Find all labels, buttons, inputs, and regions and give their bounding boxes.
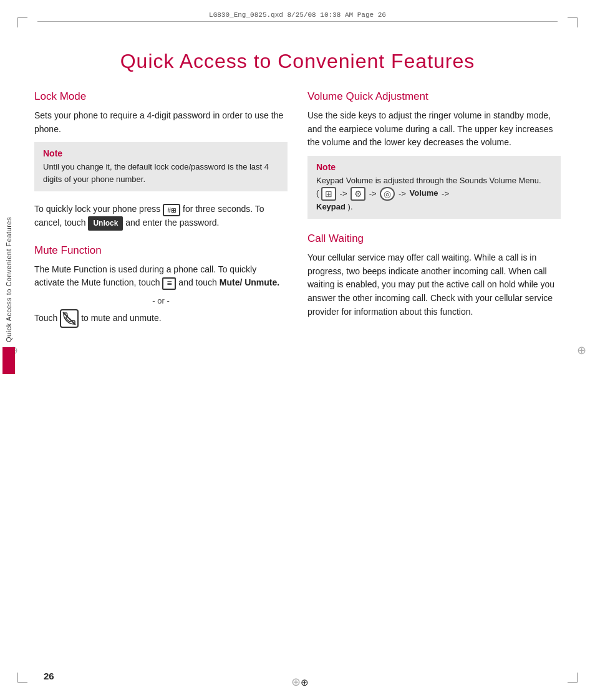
- sidebar-tab-bar: [2, 347, 15, 374]
- arrow4: ->: [442, 189, 449, 198]
- page-number: 26: [44, 671, 54, 681]
- right-crosshair: ⊕: [577, 343, 586, 357]
- lock-mode-instruction: To quickly lock your phone press #⊞ for …: [34, 203, 288, 230]
- call-waiting-heading: Call Waiting: [307, 233, 561, 245]
- arrow2: ->: [369, 189, 379, 198]
- arrow3: ->: [399, 189, 409, 198]
- right-column: Volume Quick Adjustment Use the side key…: [307, 90, 561, 342]
- note-end: ).: [348, 202, 353, 211]
- mute-function-heading: Mute Function: [34, 244, 288, 257]
- sidebar-tab-text: Quick Access to Convenient Features: [5, 217, 12, 342]
- volume-heading: Volume Quick Adjustment: [307, 90, 561, 103]
- settings-icon: [351, 187, 365, 201]
- lock-mode-note-text: Until you change it, the default lock co…: [43, 161, 279, 185]
- left-column: Lock Mode Sets your phone to require a 4…: [34, 90, 288, 342]
- call-waiting-section: Call Waiting Your cellular service may o…: [307, 233, 561, 319]
- corner-mark-bl: [17, 673, 27, 683]
- page-title: Quick Access to Convenient Features: [34, 50, 561, 73]
- volume-bold: Volume: [409, 188, 438, 198]
- touch-end: to mute and unmute.: [81, 313, 161, 323]
- lock-mode-note-title: Note: [43, 148, 279, 158]
- bottom-crosshair: ⊕: [291, 675, 304, 688]
- page-wrapper: ⊕ ⊕ ⊕ LG830_Eng_0825.qxd 8/25/08 10:38 A…: [0, 0, 595, 700]
- lock-mode-heading: Lock Mode: [34, 90, 288, 103]
- header-bar: LG830_Eng_0825.qxd 8/25/08 10:38 AM Page…: [37, 11, 558, 22]
- mute-touch-instruction: Touch to mute and unmute.: [34, 309, 288, 328]
- sidebar-tab: Quick Access to Convenient Features: [0, 212, 17, 374]
- main-content: Quick Access to Convenient Features Lock…: [34, 37, 561, 663]
- volume-note-line2-open: (: [316, 188, 319, 198]
- touch-label: Touch: [34, 313, 57, 323]
- keypad-bold: Keypad: [316, 202, 346, 211]
- or-divider: - or -: [34, 296, 288, 305]
- hash-key-icon: #⊞: [163, 204, 180, 216]
- corner-mark-tr: [568, 17, 578, 27]
- volume-note-box: Note Keypad Volume is adjusted through t…: [307, 156, 561, 219]
- volume-note-line1: Keypad Volume is adjusted through the So…: [316, 176, 541, 185]
- lock-mode-section: Lock Mode Sets your phone to require a 4…: [34, 90, 288, 231]
- volume-section: Volume Quick Adjustment Use the side key…: [307, 90, 561, 219]
- unlock-button: Unlock: [88, 216, 123, 231]
- columns-layout: Lock Mode Sets your phone to require a 4…: [34, 90, 561, 342]
- lock-mode-note-box: Note Until you change it, the default lo…: [34, 142, 288, 191]
- call-waiting-paragraph: Your cellular service may offer call wai…: [307, 251, 561, 319]
- mute-function-section: Mute Function The Mute Function is used …: [34, 244, 288, 328]
- lock-mode-paragraph: Sets your phone to require a 4-digit pas…: [34, 109, 288, 136]
- sound-icon: [380, 187, 395, 201]
- arrow1: ->: [340, 189, 350, 198]
- mute-function-text: The Mute Function is used during a phone…: [34, 263, 288, 290]
- header-text: LG830_Eng_0825.qxd 8/25/08 10:38 AM Page…: [209, 11, 386, 19]
- menu-icon: [162, 277, 176, 290]
- lock-instruction-before: To quickly lock your phone press: [34, 204, 160, 214]
- grid-icon: [321, 187, 336, 201]
- mute-bold-text: Mute/ Unmute.: [220, 277, 279, 287]
- lock-instruction-end: and enter the password.: [125, 218, 219, 228]
- volume-note-text: Keypad Volume is adjusted through the So…: [316, 175, 552, 213]
- mute-phone-icon: [60, 309, 79, 328]
- mute-text-after: and touch: [178, 277, 219, 287]
- volume-note-title: Note: [316, 162, 552, 172]
- corner-mark-tl: [17, 17, 27, 27]
- corner-mark-br: [568, 673, 578, 683]
- volume-paragraph: Use the side keys to adjust the ringer v…: [307, 109, 561, 150]
